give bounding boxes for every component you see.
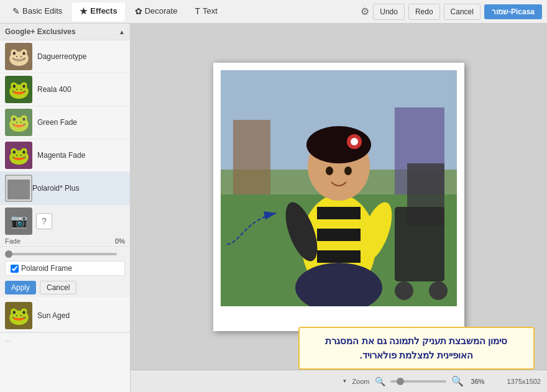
effect-sun-aged[interactable]: Sun Aged — [0, 299, 130, 332]
toolbar-right: ⚙ Undo Redo Cancel שמור-Picasa — [361, 4, 542, 20]
effect-thumb-reala400 — [5, 76, 32, 103]
tab-decorate[interactable]: ✿ Decorate — [127, 2, 185, 21]
effect-reala400[interactable]: Reala 400 — [0, 73, 130, 106]
svg-point-15 — [351, 138, 358, 145]
zoom-triangle-icon: ▼ — [342, 378, 347, 384]
svg-rect-8 — [317, 229, 361, 241]
zoom-bar: ▼ Zoom 🔍 🔍 36% 1375x1502 — [131, 370, 547, 392]
svg-rect-7 — [317, 207, 361, 219]
left-panel: Google+ Exclusives ▲ Daguerreotype Reala… — [0, 24, 131, 392]
tab-text[interactable]: T Text — [187, 2, 224, 21]
effect-thumb-daguerreotype — [5, 43, 32, 70]
cancel-button[interactable]: Cancel — [444, 4, 480, 20]
effect-magenta-fade[interactable]: Magenta Fade — [0, 139, 130, 172]
apply-button[interactable]: Apply — [5, 281, 36, 294]
svg-rect-9 — [317, 250, 361, 263]
zoom-slider[interactable] — [390, 380, 446, 383]
photo-svg — [221, 70, 457, 306]
polaroid-thumb-inner — [7, 180, 30, 199]
svg-rect-19 — [395, 207, 444, 281]
tab-effects[interactable]: ★ Effects — [72, 2, 124, 21]
main-layout: Google+ Exclusives ▲ Daguerreotype Reala… — [0, 24, 547, 392]
section-header: Google+ Exclusives ▲ — [0, 24, 130, 40]
cancel-effect-button[interactable]: Cancel — [40, 281, 76, 294]
polaroid-frame-label: Polaroid Frame — [21, 264, 72, 273]
fade-row: Fade 0% — [0, 236, 130, 247]
canvas-area[interactable] — [131, 24, 547, 370]
apply-cancel-row: Apply Cancel — [0, 278, 130, 297]
polaroid-icon-row: 📷 ? — [0, 205, 130, 236]
effects-icon: ★ — [80, 6, 88, 16]
more-items-hint: ... — [0, 332, 130, 345]
svg-point-20 — [395, 281, 413, 300]
image-dimensions: 1375x1502 — [507, 378, 541, 385]
tab-basic-edits[interactable]: ✎ Basic Edits — [5, 2, 70, 21]
fade-slider[interactable] — [5, 253, 117, 255]
save-button[interactable]: שמור-Picasa — [484, 4, 542, 19]
svg-point-16 — [326, 166, 333, 175]
effect-green-fade[interactable]: Green Fade — [0, 106, 130, 139]
tooltip-text: סימון המשבצת תעניק לתמונה גם את המסגרת ה… — [325, 335, 507, 360]
zoom-label: Zoom — [352, 378, 369, 385]
redo-button[interactable]: Redo — [408, 4, 440, 20]
effect-polaroid-plus[interactable]: Polaroid* Plus — [0, 172, 130, 205]
gear-icon[interactable]: ⚙ — [361, 6, 369, 17]
effect-thumb-magenta-fade — [5, 142, 32, 169]
effect-thumb-polaroid — [5, 175, 32, 202]
effect-daguerreotype[interactable]: Daguerreotype — [0, 40, 130, 73]
svg-rect-3 — [233, 120, 270, 194]
polaroid-frame-checkbox[interactable] — [11, 265, 19, 273]
polaroid-controls-area: 📷 ? Fade 0% Polaroid Frame Apply Cancel — [0, 205, 130, 297]
zoom-percent: 36% — [471, 378, 485, 385]
undo-button[interactable]: Undo — [373, 4, 405, 20]
effect-thumb-sun-aged — [5, 302, 32, 329]
decorate-icon: ✿ — [135, 6, 142, 16]
effect-thumb-green-fade — [5, 109, 32, 136]
polaroid-question-icon[interactable]: ? — [36, 213, 52, 229]
svg-point-13 — [306, 126, 371, 163]
svg-point-17 — [344, 166, 352, 175]
polaroid-camera-icon: 📷 — [5, 207, 32, 235]
tooltip-box: סימון המשבצת תעניק לתמונה גם את המסגרת ה… — [298, 327, 535, 370]
basic-edits-icon: ✎ — [12, 6, 20, 16]
toolbar: ✎ Basic Edits ★ Effects ✿ Decorate T Tex… — [0, 0, 547, 24]
polaroid-photo — [221, 70, 457, 306]
fade-slider-container[interactable] — [0, 247, 130, 258]
polaroid-frame-checkbox-row[interactable]: Polaroid Frame — [5, 261, 125, 276]
polaroid-frame — [213, 63, 464, 331]
svg-point-21 — [429, 281, 448, 300]
zoom-out-icon[interactable]: 🔍 — [375, 376, 385, 386]
zoom-in-icon[interactable]: 🔍 — [451, 375, 464, 387]
collapse-arrow-icon[interactable]: ▲ — [119, 29, 125, 35]
text-icon: T — [195, 6, 200, 16]
right-area: ▼ Zoom 🔍 🔍 36% 1375x1502 סימון המשבצת תע… — [131, 24, 547, 392]
